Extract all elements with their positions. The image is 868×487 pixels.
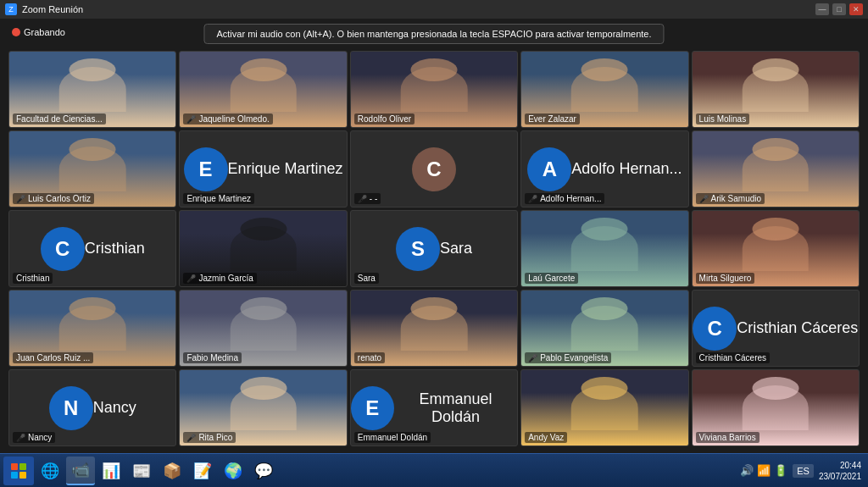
participant-name-label: Emmanuel Doldán: [354, 432, 431, 443]
participant-name-label: Enrique Martinez: [183, 193, 254, 204]
video-cell[interactable]: EEnrique MartinezEnrique Martinez: [179, 130, 347, 208]
recording-indicator: Grabando: [12, 27, 65, 37]
notification-text: Activar mi audio con (Alt+A). O bien man…: [216, 29, 651, 39]
video-cell[interactable]: Ever Zalazar: [520, 51, 688, 128]
video-cell[interactable]: Laú Garcete: [520, 210, 688, 287]
video-cell[interactable]: SSaraSara: [350, 210, 518, 287]
title-bar: Z Zoom Reunión — □ ✕: [0, 0, 868, 19]
windows-logo: [11, 463, 26, 479]
video-cell[interactable]: Facultad de Ciencias...: [8, 51, 176, 128]
recording-label: Grabando: [24, 27, 65, 37]
participant-name-label: Cristhian Cáceres: [696, 352, 770, 363]
taskbar-powerpoint-app[interactable]: 📰: [127, 457, 156, 485]
date-display: 23/07/2021: [819, 471, 861, 482]
participant-name-label: Ever Zalazar: [525, 113, 580, 125]
participant-name-label: 🎤Luis Carlos Ortiz: [13, 193, 94, 204]
mute-icon: 🎤: [528, 195, 537, 203]
mute-icon: 🎤: [16, 434, 25, 442]
title-bar-left: Z Zoom Reunión: [5, 3, 83, 15]
video-cell[interactable]: Fabio Medina: [179, 290, 347, 367]
video-cell[interactable]: renato: [350, 290, 518, 367]
participant-name-label: Facultad de Ciencias...: [13, 113, 106, 125]
participant-name-label: 🎤Adolfo Hernan...: [525, 193, 604, 204]
mute-icon: 🎤: [186, 434, 196, 442]
mute-icon: 🎤: [186, 115, 196, 124]
participant-name-label: Rodolfo Oliver: [354, 113, 415, 125]
video-cell[interactable]: 🎤Jaqueline Olmedo.: [179, 51, 347, 128]
taskbar: 🌐📹📊📰📦📝🌍💬 🔊 📶 🔋 ES 20:44 23/07/2021: [0, 453, 868, 487]
taskbar-zoom-app[interactable]: 📹: [66, 457, 95, 485]
audio-notification-bar: Activar mi audio con (Alt+A). O bien man…: [203, 24, 664, 44]
participant-name-label: Luis Molinas: [696, 113, 750, 125]
recording-dot: [12, 28, 20, 36]
start-button[interactable]: [3, 457, 34, 485]
video-grid: Facultad de Ciencias...🎤Jaqueline Olmedo…: [8, 51, 860, 446]
participant-name-label: Fabio Medina: [183, 352, 242, 363]
participant-name-label: 🎤Arik Samudio: [696, 193, 765, 204]
taskbar-teams-app[interactable]: 💬: [249, 457, 278, 485]
participant-name-label: Mirta Silguero: [696, 273, 755, 284]
video-cell[interactable]: 🎤Rita Pico: [179, 369, 347, 446]
video-cell[interactable]: Mirta Silguero: [692, 210, 860, 287]
video-cell[interactable]: Viviana Barrios: [692, 369, 860, 446]
mute-icon: 🎤: [528, 354, 537, 362]
participant-name-label: 🎤Rita Pico: [183, 432, 236, 443]
taskbar-internet-explorer-app[interactable]: 🌐: [36, 457, 64, 485]
tray-icons: 🔊 📶 🔋: [740, 464, 787, 477]
time-display: 20:44: [819, 460, 861, 471]
mute-icon: 🎤: [16, 195, 25, 203]
video-cell[interactable]: 🎤Arik Samudio: [692, 130, 860, 208]
maximize-button[interactable]: □: [832, 3, 846, 15]
taskbar-word-app[interactable]: 📝: [188, 457, 217, 485]
taskbar-apps: 🌐📹📊📰📦📝🌍💬: [36, 457, 738, 485]
video-cell[interactable]: AAdolfo Hernan...🎤Adolfo Hernan...: [520, 130, 688, 208]
language-indicator: ES: [793, 464, 814, 478]
participant-name-label: 🎤Jaqueline Olmedo.: [183, 113, 272, 125]
video-cell[interactable]: C🎤- -: [350, 130, 518, 208]
mute-icon: 🎤: [186, 274, 196, 283]
video-cell[interactable]: 🎤Luis Carlos Ortiz: [8, 130, 176, 208]
participant-name-label: Viviana Barrios: [696, 432, 760, 443]
zoom-app-icon: Z: [5, 3, 17, 15]
mute-icon: 🎤: [699, 195, 709, 203]
video-cell[interactable]: 🎤Jazmin García: [179, 210, 347, 287]
participant-name-label: Laú Garcete: [525, 273, 578, 284]
tray-volume-icon: 📶: [757, 464, 771, 477]
video-cell[interactable]: CCristhian CáceresCristhian Cáceres: [692, 290, 860, 367]
window-title: Zoom Reunión: [22, 4, 83, 14]
video-cell[interactable]: Luis Molinas: [692, 51, 860, 128]
video-cell[interactable]: CCristhianCristhian: [8, 210, 176, 287]
video-cell[interactable]: Juan Carlos Ruiz ...: [8, 290, 176, 367]
participant-name-label: 🎤Nancy: [13, 432, 55, 443]
taskbar-chrome-app[interactable]: 🌍: [219, 457, 248, 485]
close-button[interactable]: ✕: [849, 3, 863, 15]
clock: 20:44 23/07/2021: [819, 460, 861, 482]
video-cell[interactable]: EEmmanuel DoldánEmmanuel Doldán: [350, 369, 518, 446]
tray-network-icon: 🔊: [740, 464, 754, 477]
window-controls[interactable]: — □ ✕: [815, 3, 863, 15]
mute-icon: 🎤: [358, 195, 367, 203]
video-cell[interactable]: 🎤Pablo Evangelista: [520, 290, 688, 367]
zoom-meeting-body: Grabando Activar mi audio con (Alt+A). O…: [0, 19, 868, 453]
taskbar-dropbox-app[interactable]: 📦: [158, 457, 186, 485]
participant-name-label: Juan Carlos Ruiz ...: [13, 352, 93, 363]
participant-name-label: Sara: [354, 273, 379, 284]
tray-battery-icon: 🔋: [774, 464, 787, 477]
participant-name-label: Andy Vaz: [525, 432, 567, 443]
taskbar-tray: 🔊 📶 🔋 ES 20:44 23/07/2021: [740, 460, 865, 482]
video-cell[interactable]: Andy Vaz: [520, 369, 688, 446]
video-cell[interactable]: NNancy🎤Nancy: [8, 369, 176, 446]
taskbar-excel-app[interactable]: 📊: [97, 457, 125, 485]
video-cell[interactable]: Rodolfo Oliver: [350, 51, 518, 128]
participant-name-label: 🎤Pablo Evangelista: [525, 352, 611, 363]
participant-name-label: 🎤Jazmin García: [183, 273, 256, 284]
participant-name-label: Cristhian: [13, 273, 53, 284]
participant-name-label: renato: [354, 352, 385, 363]
participant-name-label: 🎤- -: [354, 193, 381, 204]
minimize-button[interactable]: —: [815, 3, 829, 15]
